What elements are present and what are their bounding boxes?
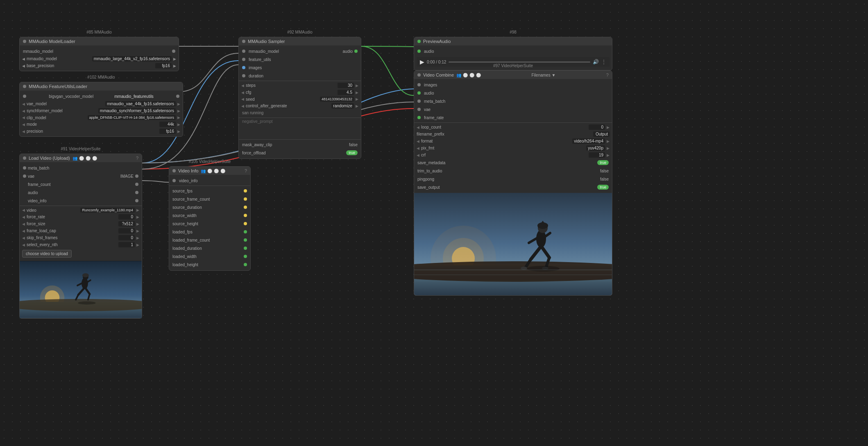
- node-header-mmaudio-modelloader: MMAudio ModelLoader: [20, 37, 179, 45]
- port-dot-right: [244, 206, 247, 209]
- port-dot-right: [172, 50, 175, 53]
- port-label: meta_batch: [28, 166, 49, 170]
- field-skip-first-frames[interactable]: ◀ skip_first_frames 0 ▶: [20, 234, 142, 241]
- field-force-rate[interactable]: ◀ force_rate 0 ▶: [20, 213, 142, 220]
- node-body: video_info source_fps source_frame_count…: [169, 175, 250, 270]
- field-control-after-generate[interactable]: ◀ control_after_generate randomize ▶: [239, 102, 361, 109]
- icon-c1: ⚪: [463, 73, 468, 77]
- prompt-area[interactable]: [239, 126, 361, 138]
- field-label: control_after_generate: [246, 104, 330, 108]
- field-mode[interactable]: ◀ mode 44k ▶: [20, 121, 183, 128]
- port-dot-left: [23, 95, 26, 98]
- node-video-combine: #97 VideoHelperSuite Video Combine 👥 ⚪ ⚪…: [414, 70, 612, 296]
- arrow-right-icon: ▶: [136, 236, 139, 240]
- arrow-left-icon: ◀: [22, 64, 25, 68]
- toggle-force-offload[interactable]: true: [346, 150, 358, 155]
- field-steps[interactable]: ◀ steps 30 ▶: [239, 82, 361, 89]
- node-title: MMAudio Sampler: [248, 39, 285, 44]
- arrow-right-icon: ▶: [173, 64, 176, 68]
- help-icon[interactable]: ?: [136, 156, 138, 161]
- field-vae-model[interactable]: ◀ vae_model mmaudio_vae_44k_fp16.safeten…: [20, 100, 183, 107]
- arrow-left-icon: ◀: [22, 102, 25, 106]
- field-label: skip_first_frames: [27, 235, 117, 240]
- arrow-left-icon: ◀: [417, 139, 419, 143]
- port-dot-left: [417, 50, 421, 53]
- port-label: loaded_height: [172, 263, 198, 267]
- arrow-left-icon: ◀: [241, 84, 244, 88]
- field-value: 30: [338, 83, 354, 88]
- field-filename-prefix[interactable]: filename_prefix Output: [414, 131, 612, 138]
- field-crf[interactable]: ◀ crf 19 ▶: [414, 152, 612, 158]
- field-force-size[interactable]: ◀ force_size ?x512 ▶: [20, 220, 142, 227]
- icon-users: 👥: [73, 156, 77, 161]
- field-save-metadata: save_metadata true: [414, 158, 612, 167]
- port-label: trim_to_audio: [417, 169, 442, 173]
- node-header-sampler: MMAudio Sampler: [239, 37, 361, 45]
- port-loaded-frame-count: loaded_frame_count: [169, 236, 250, 244]
- audio-progress-bar[interactable]: [449, 61, 590, 63]
- port-label: loaded_width: [172, 254, 197, 259]
- node-title: MMAudio ModelLoader: [29, 39, 75, 44]
- icon-circle3: ⚪: [92, 156, 97, 161]
- field-value: 0: [118, 214, 135, 220]
- field-video[interactable]: ◀ video Runcomfy_example_1180.mp4 ▶: [20, 207, 142, 213]
- icon-c3: ⚪: [220, 169, 225, 173]
- field-label: select_every_nth: [27, 242, 117, 247]
- node-mmaudio-sampler: #92 MMAudio MMAudio Sampler mmaudio_mode…: [238, 37, 361, 159]
- port-source-width: source_width: [169, 211, 250, 220]
- field-synchformer[interactable]: ◀ synchformer_model mmaudio_synchformer_…: [20, 107, 183, 114]
- field-select-every-nth[interactable]: ◀ select_every_nth 1 ▶: [20, 241, 142, 248]
- field-precision[interactable]: ◀ precision fp16 ▶: [20, 128, 183, 135]
- arrow-right-icon: ▶: [356, 104, 358, 108]
- port-dot-left: [417, 116, 421, 119]
- field-cfg[interactable]: ◀ cfg 4.5 ▶: [239, 89, 361, 96]
- arrow-left-icon: ◀: [22, 109, 25, 113]
- field-base-precision[interactable]: ◀ base_precision fp16 ▶: [20, 62, 179, 69]
- field-label: vae_model: [27, 102, 104, 106]
- port-vae: vae IMAGE: [20, 172, 142, 180]
- help-icon[interactable]: ?: [606, 72, 609, 77]
- field-value: fp16: [155, 63, 172, 68]
- port-source-fps: source_fps: [169, 187, 250, 195]
- divider: [414, 122, 612, 123]
- field-seed[interactable]: ◀ seed 481413390453132 ▶: [239, 96, 361, 102]
- port-dot-right: [135, 199, 138, 202]
- field-value: video/h264-mp4: [572, 138, 605, 144]
- arrow-left-icon: ◀: [22, 243, 25, 247]
- port-value: mmaudio_featureutils: [114, 94, 154, 99]
- field-mmaudio-model[interactable]: ◀ mmaudio_model mmaudio_large_44k_v2_fp1…: [20, 55, 179, 62]
- port-meta-batch-in: meta_batch: [414, 97, 612, 105]
- field-value: 0: [118, 228, 135, 233]
- field-loop-count[interactable]: ◀ loop_count 0 ▶: [414, 124, 612, 131]
- field-frame-load-cap[interactable]: ◀ frame_load_cap 0 ▶: [20, 227, 142, 234]
- port-dot-left: [242, 58, 245, 61]
- status-label: san running: [239, 109, 361, 116]
- arrow-right-icon: ▶: [177, 109, 180, 113]
- port-dot: [23, 166, 26, 170]
- arrow-right-icon: ▶: [136, 229, 139, 233]
- port-source-height: source_height: [169, 220, 250, 228]
- node-header-load-video: Load Video (Upload) 👥 ⚪ ⚪ ⚪ ?: [20, 154, 142, 162]
- port-dot-right: [244, 197, 247, 201]
- field-clip-model[interactable]: ◀ clip_model apple_DFN5B-CLIP-ViT-H-14-3…: [20, 114, 183, 121]
- arrow-right-icon: ▶: [607, 139, 610, 143]
- prompt-label: negative_prompt: [239, 118, 361, 125]
- port-label: audio: [424, 49, 434, 54]
- node-icons: 👥 ⚪ ⚪ ⚪: [456, 73, 481, 77]
- field-format[interactable]: ◀ format video/h264-mp4 ▶: [414, 138, 612, 145]
- field-pix-fmt[interactable]: ◀ pix_fmt yuv420p ▶: [414, 145, 612, 152]
- node-canvas[interactable]: #85 MMAudio MMAudio ModelLoader mmaudio_…: [0, 0, 868, 446]
- help-icon[interactable]: ?: [245, 168, 247, 173]
- port-frame-rate-in: frame_rate: [414, 113, 612, 122]
- node-id-video-combine: #97 VideoHelperSuite: [414, 63, 612, 68]
- icon-circle2: ⚪: [86, 156, 91, 161]
- upload-button[interactable]: choose video to upload: [22, 250, 72, 258]
- arrow-right-icon: ▶: [136, 208, 139, 212]
- toggle-save-output[interactable]: true: [597, 185, 609, 190]
- filenames-label[interactable]: Filenames ▼: [532, 73, 556, 77]
- svg-point-32: [521, 267, 527, 270]
- port-dot-right: [135, 191, 138, 194]
- icon-c2: ⚪: [469, 73, 474, 77]
- divider: [169, 186, 250, 186]
- toggle-save-metadata[interactable]: true: [597, 160, 609, 165]
